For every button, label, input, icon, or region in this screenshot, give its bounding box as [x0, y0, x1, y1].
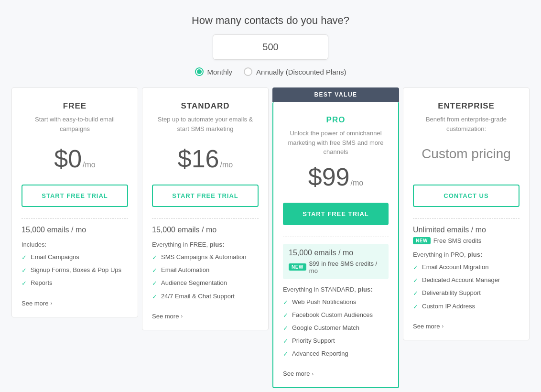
annually-radio[interactable]: [244, 67, 252, 76]
check-icon: ✓: [283, 311, 288, 320]
see-more-label: See more: [152, 313, 179, 320]
plan-pro-wrapper: BEST VALUEPROUnlock the power of omnicha…: [270, 87, 401, 388]
plan-standard-wrapper: STANDARDStep up to automate your emails …: [140, 87, 270, 330]
feature-text: Email Automation: [161, 266, 209, 274]
see-more-free[interactable]: See more›: [22, 300, 52, 307]
emails-section-pro: 15,000 emails / moNEW$99 in free SMS cre…: [283, 237, 389, 279]
feature-text: Reports: [31, 279, 53, 287]
features-intro-standard: Everything in FREE, plus:: [152, 241, 259, 248]
feature-item: ✓Signup Forms, Boxes & Pop Ups: [22, 266, 128, 275]
features-intro-pro: Everything in STANDARD, plus:: [283, 286, 389, 293]
new-tag-enterprise: NEW: [413, 237, 431, 244]
plan-name-standard: STANDARD: [152, 101, 259, 111]
cta-button-enterprise[interactable]: CONTACT US: [413, 185, 519, 207]
contacts-input[interactable]: [251, 42, 290, 53]
see-more-enterprise[interactable]: See more›: [413, 323, 444, 330]
plan-price-standard: $16/mo: [152, 146, 259, 175]
plan-enterprise-wrapper: ENTERPRISEBenefit from enterprise-grade …: [401, 87, 531, 340]
cta-button-standard[interactable]: START FREE TRIAL: [152, 185, 259, 207]
feature-item: ✓SMS Campaigns & Automation: [152, 253, 259, 262]
emails-section-free: 15,000 emails / mo: [22, 218, 128, 234]
check-icon: ✓: [283, 298, 288, 307]
contacts-section: How many contacts do you have? Monthly A…: [10, 14, 531, 76]
features-section-standard: Everything in FREE, plus:✓SMS Campaigns …: [152, 241, 259, 301]
feature-text: Facebook Custom Audiences: [292, 311, 373, 319]
monthly-option[interactable]: Monthly: [195, 67, 233, 76]
check-icon: ✓: [22, 253, 27, 262]
feature-text: Signup Forms, Boxes & Pop Ups: [31, 266, 121, 274]
plan-description-standard: Step up to automate your emails & start …: [152, 115, 259, 139]
feature-item: ✓24/7 Email & Chat Support: [152, 292, 259, 301]
emails-main-standard: 15,000 emails / mo: [152, 226, 259, 234]
feature-text: Advanced Reporting: [292, 349, 348, 358]
contacts-question: How many contacts do you have?: [10, 14, 531, 27]
check-icon: ✓: [152, 266, 157, 275]
plan-card-pro: PROUnlock the power of omnichannel marke…: [272, 102, 399, 388]
plan-card-free: FREEStart with easy-to-build email campa…: [11, 87, 138, 317]
page-wrapper: How many contacts do you have? Monthly A…: [0, 0, 541, 392]
emails-main-enterprise: Unlimited emails / mo: [413, 226, 519, 234]
feature-text: Email Campaigns: [31, 253, 79, 261]
annually-option[interactable]: Annually (Discounted Plans): [244, 67, 346, 76]
cta-button-free[interactable]: START FREE TRIAL: [22, 185, 128, 207]
emails-highlight-box: 15,000 emails / moNEW$99 in free SMS cre…: [283, 244, 389, 279]
check-icon: ✓: [152, 279, 157, 288]
price-period-pro: /mo: [351, 179, 364, 187]
plan-description-enterprise: Benefit from enterprise-grade customizat…: [413, 115, 519, 139]
feature-item: ✓Google Customer Match: [283, 324, 389, 333]
see-more-label: See more: [283, 370, 310, 377]
feature-item: ✓Reports: [22, 279, 128, 288]
feature-text: Priority Support: [292, 337, 335, 345]
see-more-pro[interactable]: See more›: [283, 370, 314, 377]
feature-item: ✓Email Account Migration: [413, 263, 519, 272]
check-icon: ✓: [283, 350, 288, 359]
check-icon: ✓: [22, 279, 27, 288]
billing-options: Monthly Annually (Discounted Plans): [10, 67, 531, 76]
features-section-pro: Everything in STANDARD, plus:✓Web Push N…: [283, 286, 389, 359]
feature-text: Google Customer Match: [292, 324, 359, 332]
plan-price-free: $0/mo: [22, 146, 128, 175]
plans-grid: FREEStart with easy-to-build email campa…: [10, 87, 531, 388]
features-intro-free: Includes:: [22, 241, 128, 248]
see-more-standard[interactable]: See more›: [152, 313, 183, 320]
monthly-radio[interactable]: [195, 67, 204, 76]
emails-section-standard: 15,000 emails / mo: [152, 218, 259, 234]
sms-credits-pro: $99 in free SMS credits / mo: [309, 260, 383, 274]
cta-button-pro[interactable]: START FREE TRIAL: [283, 203, 389, 225]
feature-text: Deliverability Support: [422, 289, 481, 297]
plan-name-free: FREE: [22, 101, 128, 111]
see-more-arrow-icon: ›: [312, 371, 314, 377]
plan-description-free: Start with easy-to-build email campaigns: [22, 115, 128, 139]
check-icon: ✓: [22, 266, 27, 275]
plan-description-pro: Unlock the power of omnichannel marketin…: [283, 129, 389, 157]
plan-name-pro: PRO: [283, 115, 389, 125]
plan-card-standard: STANDARDStep up to automate your emails …: [142, 87, 269, 330]
price-amount-standard: $16: [178, 146, 219, 171]
feature-item: ✓Web Push Notifications: [283, 298, 389, 307]
features-section-enterprise: Everything in PRO, plus:✓Email Account M…: [413, 251, 519, 311]
price-period-free: /mo: [83, 161, 96, 169]
best-value-badge: BEST VALUE: [272, 87, 399, 102]
check-icon: ✓: [152, 253, 157, 262]
price-amount-free: $0: [54, 146, 82, 171]
price-custom: Custom pricing: [422, 146, 511, 162]
feature-text: Web Push Notifications: [292, 298, 356, 306]
feature-item: ✓Email Automation: [152, 266, 259, 275]
feature-text: Custom IP Address: [422, 302, 475, 311]
feature-item: ✓Custom IP Address: [413, 302, 519, 311]
check-icon: ✓: [283, 337, 288, 346]
plan-name-enterprise: ENTERPRISE: [413, 101, 519, 111]
features-section-free: Includes: ✓Email Campaigns✓Signup Forms,…: [22, 241, 128, 288]
feature-text: Dedicated Account Manager: [422, 276, 500, 284]
check-icon: ✓: [413, 289, 418, 298]
price-period-standard: /mo: [220, 161, 233, 169]
feature-item: ✓Audience Segmentation: [152, 279, 259, 288]
price-amount-pro: $99: [308, 164, 350, 189]
feature-text: 24/7 Email & Chat Support: [161, 292, 235, 301]
plan-price-pro: $99/mo: [283, 164, 389, 193]
see-more-label: See more: [413, 323, 440, 330]
monthly-label: Monthly: [207, 68, 233, 76]
sms-badge-enterprise: NEWFree SMS credits: [413, 237, 481, 244]
feature-text: Audience Segmentation: [161, 279, 227, 287]
see-more-arrow-icon: ›: [181, 313, 183, 319]
